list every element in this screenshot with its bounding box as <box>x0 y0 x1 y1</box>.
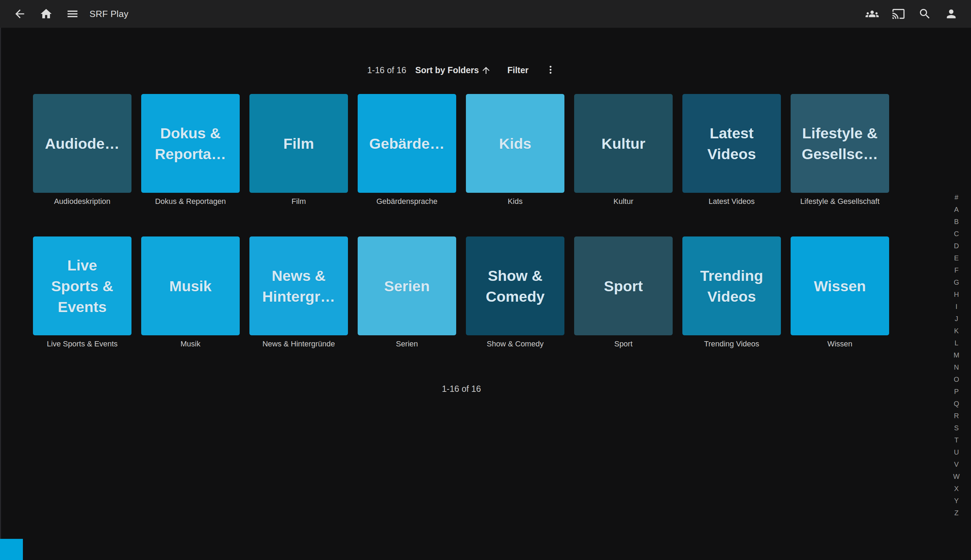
alpha-letter[interactable]: M <box>948 349 965 361</box>
library-tile[interactable]: Wissen <box>791 237 889 335</box>
home-icon <box>40 7 53 20</box>
library-tile[interactable]: LiveSports &Events <box>33 237 132 335</box>
tile-title: LiveSports &Events <box>51 255 113 317</box>
library-tile[interactable]: Serien <box>358 237 456 335</box>
alpha-letter[interactable]: B <box>948 216 965 228</box>
footer-item-count: 1-16 of 16 <box>0 384 923 394</box>
alpha-letter[interactable]: L <box>948 337 965 349</box>
library-card[interactable]: Sport Sport <box>574 237 672 349</box>
alpha-letter[interactable]: X <box>948 483 965 495</box>
alpha-letter[interactable]: H <box>948 288 965 301</box>
alpha-letter[interactable]: C <box>948 228 965 240</box>
library-tile[interactable]: Musik <box>141 237 240 335</box>
alpha-letter[interactable]: T <box>948 434 965 446</box>
search-button[interactable] <box>917 0 933 28</box>
alpha-letter[interactable]: S <box>948 422 965 434</box>
menu-button[interactable] <box>65 0 80 28</box>
library-tile[interactable]: Kultur <box>574 94 672 193</box>
alpha-letter[interactable]: I <box>948 301 965 313</box>
library-tile[interactable]: TrendingVideos <box>682 237 781 335</box>
tile-caption: Serien <box>358 339 456 349</box>
alpha-letter[interactable]: G <box>948 277 965 288</box>
alpha-letter[interactable]: V <box>948 458 965 470</box>
tile-title: Kids <box>499 133 531 154</box>
library-tile[interactable]: Dokus &Reporta… <box>141 94 240 193</box>
alpha-letter[interactable]: R <box>948 410 965 422</box>
user-button[interactable] <box>943 0 959 28</box>
library-tile[interactable]: Show &Comedy <box>466 237 564 335</box>
sort-label: Sort by Folders <box>415 65 479 75</box>
library-card[interactable]: Gebärde… Gebärdensprache <box>358 94 456 207</box>
library-card[interactable]: Lifestyle &Gesellsc… Lifestyle & Gesells… <box>791 94 889 207</box>
library-tile[interactable]: News &Hintergr… <box>249 237 348 335</box>
library-grid: Audiode… Audiodeskription Dokus &Reporta… <box>33 94 889 349</box>
alpha-picker: #ABCDEFGHIJKLMNOPQRSTUVWXYZ <box>948 192 965 519</box>
user-icon <box>944 7 958 20</box>
alpha-letter[interactable]: P <box>948 386 965 398</box>
item-count: 1-16 of 16 <box>367 65 406 75</box>
tile-caption: Live Sports & Events <box>33 339 132 349</box>
alpha-letter[interactable]: N <box>948 361 965 373</box>
tile-caption: Musik <box>141 339 240 349</box>
alpha-letter[interactable]: F <box>948 264 965 277</box>
library-card[interactable]: LiveSports &Events Live Sports & Events <box>33 237 132 349</box>
tile-title: Gebärde… <box>369 133 444 154</box>
library-tile[interactable]: Film <box>249 94 348 193</box>
alpha-letter[interactable]: A <box>948 203 965 216</box>
library-tile[interactable]: Gebärde… <box>358 94 456 193</box>
tile-caption: Wissen <box>791 339 889 349</box>
alpha-letter[interactable]: K <box>948 325 965 337</box>
library-card[interactable]: Wissen Wissen <box>791 237 889 349</box>
alpha-letter[interactable]: Q <box>948 398 965 410</box>
cast-button[interactable] <box>891 0 906 28</box>
scroll-indicator[interactable] <box>0 539 23 560</box>
more-options-button[interactable] <box>546 65 556 76</box>
library-tile[interactable]: Kids <box>466 94 564 193</box>
tile-title: News &Hintergr… <box>262 265 335 307</box>
search-icon <box>918 7 931 20</box>
tile-caption: News & Hintergründe <box>249 339 348 349</box>
tile-title: Audiode… <box>45 133 120 154</box>
filter-button[interactable]: Filter <box>507 65 528 75</box>
sort-button[interactable]: Sort by Folders <box>415 65 491 76</box>
library-card[interactable]: Musik Musik <box>141 237 240 349</box>
window-left-edge <box>0 28 1 560</box>
alpha-letter[interactable]: W <box>948 470 965 483</box>
alpha-letter[interactable]: E <box>948 252 965 264</box>
alpha-letter[interactable]: # <box>948 192 965 203</box>
library-card[interactable]: Dokus &Reporta… Dokus & Reportagen <box>141 94 240 207</box>
hamburger-menu-icon <box>66 7 79 20</box>
alpha-letter[interactable]: J <box>948 313 965 325</box>
library-tile[interactable]: LatestVideos <box>682 94 781 193</box>
library-card[interactable]: Show &Comedy Show & Comedy <box>466 237 564 349</box>
library-card[interactable]: Film Film <box>249 94 348 207</box>
library-tile[interactable]: Sport <box>574 237 672 335</box>
alpha-letter[interactable]: U <box>948 446 965 458</box>
vertical-dots-icon <box>546 65 556 75</box>
alpha-letter[interactable]: Z <box>948 507 965 519</box>
home-button[interactable] <box>38 0 54 28</box>
tile-caption: Lifestyle & Gesellschaft <box>791 196 889 207</box>
library-tile[interactable]: Audiode… <box>33 94 132 193</box>
alpha-letter[interactable]: D <box>948 240 965 252</box>
alpha-letter[interactable]: Y <box>948 495 965 507</box>
library-card[interactable]: TrendingVideos Trending Videos <box>682 237 781 349</box>
syncplay-button[interactable] <box>864 0 880 28</box>
library-card[interactable]: Audiode… Audiodeskription <box>33 94 132 207</box>
library-toolbar: 1-16 of 16 Sort by Folders Filter <box>0 65 923 76</box>
alpha-letter[interactable]: O <box>948 373 965 386</box>
cast-icon <box>892 7 905 20</box>
back-button[interactable] <box>12 0 28 28</box>
tile-title: TrendingVideos <box>700 265 763 307</box>
library-card[interactable]: Kids Kids <box>466 94 564 207</box>
top-bar: SRF Play <box>0 0 971 28</box>
tile-caption: Gebärdensprache <box>358 196 456 207</box>
tile-title: Lifestyle &Gesellsc… <box>802 123 878 164</box>
tile-title: Show &Comedy <box>486 265 545 307</box>
library-card[interactable]: News &Hintergr… News & Hintergründe <box>249 237 348 349</box>
library-card[interactable]: Serien Serien <box>358 237 456 349</box>
library-tile[interactable]: Lifestyle &Gesellsc… <box>791 94 889 193</box>
library-card[interactable]: Kultur Kultur <box>574 94 672 207</box>
people-group-icon <box>866 7 879 20</box>
library-card[interactable]: LatestVideos Latest Videos <box>682 94 781 207</box>
